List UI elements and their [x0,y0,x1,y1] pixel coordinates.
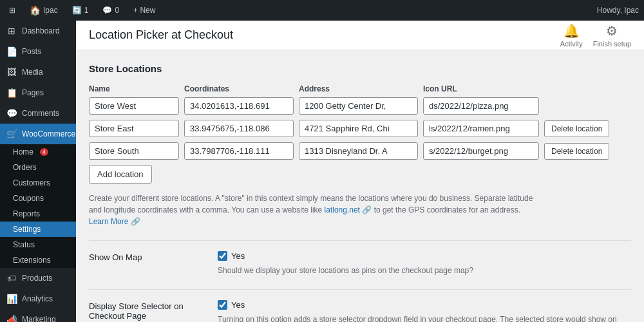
comments-count: 0 [115,6,119,15]
store-row-2: Delete location [89,142,631,160]
sidebar-item-settings[interactable]: Settings [0,222,76,237]
sidebar-label-comments: Comments [22,109,59,118]
activity-label: Activity [560,40,583,48]
sidebar-item-coupons[interactable]: Coupons [0,191,76,206]
posts-icon: 📄 [6,46,17,57]
analytics-icon: 📊 [6,294,17,304]
sidebar-label-woocommerce: WooCommerce [22,129,75,138]
sidebar-label-analytics: Analytics [22,294,53,303]
finish-setup-label: Finish setup [593,40,631,48]
wp-logo-button[interactable]: ⊞ [5,0,19,21]
pages-icon: 📋 [6,88,17,98]
products-icon: 🏷 [6,273,17,283]
latlong-link[interactable]: latlong.net 🔗 [325,205,374,214]
store-locations-title: Store Locations [89,63,631,74]
sidebar-label-pages: Pages [22,88,44,97]
sidebar-label-coupons: Coupons [13,194,44,203]
add-location-button[interactable]: Add location [89,165,152,184]
sidebar-label-dashboard: Dashboard [22,26,60,35]
sidebar-item-dashboard[interactable]: ⊞ Dashboard [0,21,76,41]
sidebar-item-status[interactable]: Status [0,237,76,252]
woocommerce-submenu: Home 4 Orders Customers Coupons Reports … [0,144,76,268]
store-locations-description: Create your different store locations. A… [89,193,540,227]
show-on-map-label: Show On Map [89,251,205,262]
marketing-icon: 📣 [6,314,17,322]
store-address-input-2[interactable] [299,142,418,160]
store-coords-input-0[interactable] [184,97,294,115]
page-title-area: Location Picker at Checkout [89,28,233,42]
sidebar-item-posts[interactable]: 📄 Posts [0,41,76,62]
admin-bar: ⊞ 🏠 Ipac 🔄 1 💬 0 + New Howdy, Ipac [0,0,644,21]
sidebar-label-extensions: Extensions [13,256,51,265]
display-store-selector-section: Display Store Selector on Checkout Page … [89,300,631,322]
delete-location-button-2[interactable]: Delete location [544,143,609,160]
sidebar-item-marketing[interactable]: 📣 Marketing [0,309,76,322]
learn-more-link[interactable]: Learn More 🔗 [89,217,140,226]
store-icon-input-0[interactable] [423,97,539,115]
sidebar-item-extensions[interactable]: Extensions [0,252,76,268]
store-coords-input-1[interactable] [184,120,294,137]
display-store-selector-checkbox[interactable] [218,300,227,310]
sidebar-item-home[interactable]: Home 4 [0,144,76,160]
sidebar-label-products: Products [22,274,52,283]
sidebar-label-marketing: Marketing [22,315,56,322]
store-name-input-1[interactable] [89,120,179,137]
sidebar-item-comments[interactable]: 💬 Comments [0,103,76,124]
section-divider-1 [89,240,631,241]
sidebar-item-customers[interactable]: Customers [0,175,76,191]
store-name-input-0[interactable] [89,97,179,115]
sidebar-label-settings: Settings [13,225,41,234]
store-address-input-0[interactable] [299,97,418,115]
sidebar-label-home: Home [13,147,33,156]
sidebar-item-media[interactable]: 🖼 Media [0,62,76,82]
display-store-selector-checkbox-label: Yes [231,300,245,310]
show-on-map-checkbox-row: Yes [218,251,631,261]
col-header-address: Address [299,84,418,93]
sidebar-label-reports: Reports [13,209,40,218]
sidebar-label-orders: Orders [13,163,37,172]
sidebar-item-pages[interactable]: 📋 Pages [0,82,76,103]
store-row-0 [89,97,631,115]
site-name-label: Ipac [43,6,58,15]
store-address-input-1[interactable] [299,120,418,137]
sidebar: ⊞ Dashboard 📄 Posts 🖼 Media 📋 Pages 💬 Co… [0,21,76,322]
show-on-map-content: Yes Should we display your store locatio… [218,251,631,276]
sidebar-item-products[interactable]: 🏷 Products [0,268,76,289]
desc-part2: to get the GPS coordinates for an addres… [374,205,520,214]
display-store-selector-label: Display Store Selector on Checkout Page [89,300,205,321]
store-coords-input-2[interactable] [184,142,294,160]
updates-button[interactable]: 🔄 1 [68,0,93,21]
activity-button[interactable]: 🔔 Activity [560,23,583,48]
site-name-button[interactable]: 🏠 Ipac [26,0,62,21]
top-bar-actions: 🔔 Activity ⚙ Finish setup [560,23,631,48]
sidebar-label-posts: Posts [22,47,41,56]
store-name-input-2[interactable] [89,142,179,160]
delete-location-button-1[interactable]: Delete location [544,120,609,137]
comments-icon: 💬 [6,108,17,118]
new-label: + New [133,6,155,15]
media-icon: 🖼 [6,67,17,77]
main-content: Store Locations Name Coordinates Address… [76,50,644,322]
new-content-button[interactable]: + New [129,0,159,21]
section-divider-2 [89,289,631,290]
col-header-name: Name [89,84,179,93]
finish-setup-button[interactable]: ⚙ Finish setup [593,23,631,48]
comments-button[interactable]: 💬 0 [99,0,123,21]
home-badge: 4 [40,148,48,156]
activity-icon: 🔔 [564,23,580,39]
display-store-selector-description: Turning on this option adds a store sele… [218,314,617,322]
updates-count: 1 [84,6,89,15]
show-on-map-section: Show On Map Yes Should we display your s… [89,251,631,276]
sidebar-item-woocommerce[interactable]: 🛒 WooCommerce [0,124,76,144]
show-on-map-checkbox[interactable] [218,251,227,261]
dashboard-icon: ⊞ [6,26,17,36]
wp-logo-icon: ⊞ [9,6,15,15]
store-row-1: Delete location [89,120,631,137]
store-icon-input-1[interactable] [423,120,539,137]
sidebar-item-analytics[interactable]: 📊 Analytics [0,289,76,309]
store-icon-input-2[interactable] [423,142,539,160]
sidebar-item-reports[interactable]: Reports [0,206,76,222]
latlong-label: latlong.net [325,205,360,214]
sidebar-item-orders[interactable]: Orders [0,160,76,175]
store-table-header: Name Coordinates Address Icon URL [89,84,631,93]
